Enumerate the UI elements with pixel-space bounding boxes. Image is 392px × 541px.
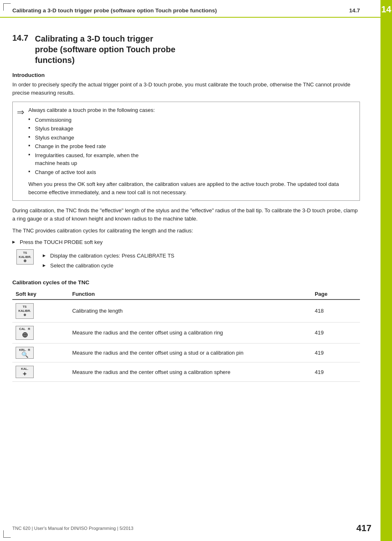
row1-sk-dot: ⊕	[18, 313, 32, 317]
notice-footer: When you press the OK soft key after cal…	[28, 180, 354, 196]
header-section: 14.7	[349, 7, 360, 14]
row2-softkey: CAL R ⊕	[16, 326, 34, 340]
cal-table-header-row: Soft key Function Page	[12, 289, 360, 300]
footer-text: TNC 620 | User's Manual for DIN/ISO Prog…	[12, 526, 134, 531]
sub-step-1: Display the calibration cycles: Press CA…	[43, 252, 360, 260]
table-cell-page: 419	[311, 343, 360, 362]
notice-arrow-icon: ⇒	[17, 107, 24, 196]
cal-table-head: Soft key Function Page	[12, 289, 360, 300]
row1-sk-top: TS	[18, 305, 32, 309]
table-cell-page: 418	[311, 300, 360, 322]
row3-softkey: KRL. R 🔍	[16, 347, 34, 359]
main-steps: Press the TOUCH PROBE soft key	[12, 238, 360, 246]
table-cell-softkey: KAL. ✦	[12, 362, 69, 382]
table-cell-function: Measure the radius and the center offset…	[69, 343, 311, 362]
table-cell-softkey: KRL. R 🔍	[12, 343, 69, 362]
cal-table-body: TS KALIBR. ⊕ Calibrating the length 418 …	[12, 300, 360, 382]
sk-icon: ⊕	[18, 259, 32, 263]
sub-step-2: Select the calibration cycle	[43, 262, 360, 270]
step-touch-probe-text: Press the TOUCH PROBE soft key	[20, 239, 103, 245]
page-header: Calibrating a 3-D touch trigger probe (s…	[0, 0, 380, 18]
chapter-side-tab: 14	[380, 0, 392, 541]
notice-intro: Always calibrate a touch probe in the fo…	[28, 106, 354, 114]
table-cell-page: 419	[311, 362, 360, 382]
row4-softkey: KAL. ✦	[16, 366, 34, 378]
ts-kalibr-softkey: TS KALIBR. ⊕	[16, 249, 34, 265]
main-content: 14.7 Calibrating a 3-D touch triggerprob…	[0, 18, 380, 390]
row3-sk-icon: 🔍	[18, 352, 32, 358]
row1-softkey: TS KALIBR. ⊕	[16, 303, 34, 319]
side-tab-bar	[380, 23, 392, 541]
table-cell-function: Measure the radius and the center offset…	[69, 322, 311, 343]
col-header-page: Page	[311, 289, 360, 300]
table-row: KAL. ✦ Measure the radius and the center…	[12, 362, 360, 382]
notice-list: Commissioning Stylus breakage Stylus exc…	[28, 116, 354, 176]
table-cell-page: 419	[311, 322, 360, 343]
list-item: Stylus exchange	[28, 134, 354, 142]
table-cell-softkey: CAL R ⊕	[12, 322, 69, 343]
sub-steps: Display the calibration cycles: Press CA…	[43, 252, 360, 269]
notice-box: ⇒ Always calibrate a touch probe in the …	[12, 102, 360, 201]
list-item: Irregularities caused, for example, when…	[28, 151, 354, 167]
corner-mark-tl	[3, 3, 11, 11]
list-item: Change in the probe feed rate	[28, 142, 354, 151]
section-number: 14.7	[12, 33, 28, 65]
cal-table: Soft key Function Page TS KALIBR. ⊕ Cal	[12, 289, 360, 382]
header-title: Calibrating a 3-D touch trigger probe (s…	[12, 7, 217, 14]
cal-table-section: Calibration cycles of the TNC Soft key F…	[12, 279, 360, 382]
table-row: CAL R ⊕ Measure the radius and the cente…	[12, 322, 360, 343]
intro-body3: The TNC provides calibration cycles for …	[12, 227, 360, 235]
step-touch-probe: Press the TOUCH PROBE soft key	[12, 238, 360, 246]
row4-sk-icon: ✦	[18, 371, 32, 377]
table-cell-function: Measure the radius and the center offset…	[69, 362, 311, 382]
section-title: Calibrating a 3-D touch triggerprobe (so…	[35, 33, 175, 65]
col-header-function: Function	[69, 289, 311, 300]
table-cell-function: Calibrating the length	[69, 300, 311, 322]
list-item: Commissioning	[28, 116, 354, 124]
sub-step-1-text: Display the calibration cycles: Press CA…	[50, 253, 174, 259]
step-with-icon-row: TS KALIBR. ⊕ Display the calibration cyc…	[16, 249, 360, 271]
sk-top-label: TS	[18, 251, 32, 255]
table-cell-softkey: TS KALIBR. ⊕	[12, 300, 69, 322]
intro-heading: Introduction	[12, 72, 360, 78]
notice-content: Always calibrate a touch probe in the fo…	[28, 106, 354, 196]
corner-mark-bl	[3, 530, 11, 538]
page-number: 417	[356, 523, 371, 534]
table-row: TS KALIBR. ⊕ Calibrating the length 418	[12, 300, 360, 322]
step-text-col: Display the calibration cycles: Press CA…	[43, 249, 360, 271]
softkey-icon-col: TS KALIBR. ⊕	[16, 249, 37, 265]
intro-body1: In order to precisely specify the actual…	[12, 81, 360, 97]
cal-table-heading: Calibration cycles of the TNC	[12, 279, 360, 286]
list-item: Stylus breakage	[28, 125, 354, 133]
page-footer: TNC 620 | User's Manual for DIN/ISO Prog…	[12, 523, 371, 534]
table-row: KRL. R 🔍 Measure the radius and the cent…	[12, 343, 360, 362]
list-item: Change of active tool axis	[28, 168, 354, 176]
row1-sk-bottom: KALIBR.	[18, 309, 32, 313]
chapter-number: 14	[380, 0, 392, 23]
sub-step-2-text: Select the calibration cycle	[50, 262, 113, 269]
intro-body2: During calibration, the TNC finds the "e…	[12, 207, 360, 223]
col-header-softkey: Soft key	[12, 289, 69, 300]
section-heading: 14.7 Calibrating a 3-D touch triggerprob…	[12, 33, 360, 65]
row2-sk-icon: ⊕	[18, 331, 32, 339]
